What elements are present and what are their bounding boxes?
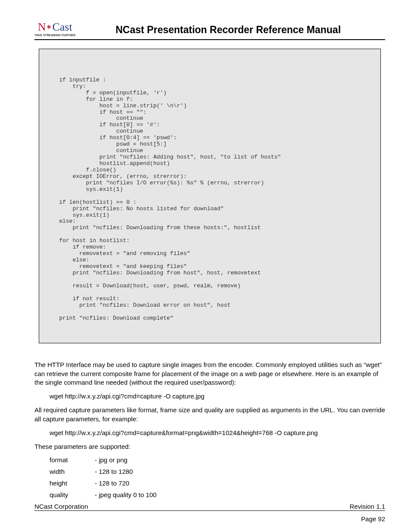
logo-letter-n: N [38,21,46,33]
param-row: width - 128 to 1280 [50,468,385,475]
logo: N✶Cast TAKE STREAMING FURTHER [34,22,75,37]
param-name: quality [50,491,95,498]
param-row: quality - jpeg quality 0 to 100 [50,491,385,498]
param-row: height - 128 to 720 [50,479,385,487]
code-listing: if inputfile : try: f = open(inputfile, … [39,49,381,343]
param-row: format - jpg or png [50,456,385,464]
param-desc: - jpeg quality 0 to 100 [95,491,156,498]
document-title: NCast Presentation Recorder Reference Ma… [88,24,385,37]
paragraph-params-intro: These parameters are supported: [34,442,385,451]
logo-wordmark: N✶Cast [38,22,72,33]
star-icon: ✶ [46,23,52,31]
param-name: format [50,456,95,464]
param-desc: - 128 to 720 [95,479,129,487]
page-number: Page 92 [34,515,385,523]
footer-revision: Revision 1.1 [349,503,385,510]
param-desc: - 128 to 1280 [95,468,133,475]
param-name: width [50,468,95,475]
footer-company: NCast Corporation [34,503,88,510]
paragraph-override: All required capture parameters like for… [34,406,385,423]
parameter-list: format - jpg or png width - 128 to 1280 … [50,456,385,498]
paragraph-intro: The HTTP Interface may be used to captur… [34,361,385,387]
page-header: N✶Cast TAKE STREAMING FURTHER NCast Pres… [34,22,385,40]
logo-word-cast: Cast [52,21,72,33]
command-example-2: wget http://w.x.y.z/api.cgi?cmd=capture&… [50,429,385,437]
param-desc: - jpg or png [95,456,128,464]
command-example-1: wget http://w.x.y.z/api.cgi?cmd=capture … [50,392,385,401]
footer-bar: NCast Corporation Revision 1.1 [34,503,385,511]
logo-tagline: TAKE STREAMING FURTHER [34,34,75,37]
param-name: height [50,479,95,487]
